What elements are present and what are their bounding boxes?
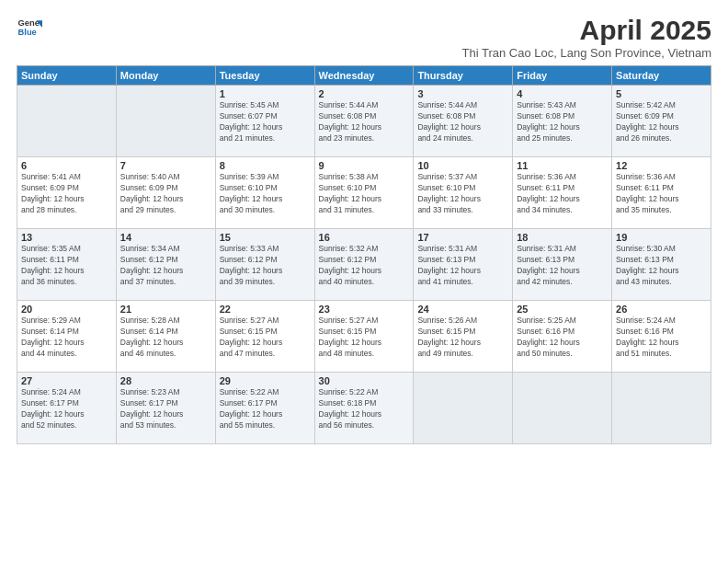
logo-icon: General Blue — [17, 15, 42, 40]
week-row-2: 6Sunrise: 5:41 AMSunset: 6:09 PMDaylight… — [17, 157, 711, 229]
day-number: 15 — [220, 232, 311, 243]
day-info: Sunrise: 5:33 AMSunset: 6:12 PMDaylight:… — [220, 244, 311, 288]
day-info: Sunrise: 5:36 AMSunset: 6:11 PMDaylight:… — [616, 172, 707, 216]
day-number: 7 — [120, 160, 211, 171]
day-number: 24 — [417, 304, 508, 315]
day-number: 29 — [220, 375, 311, 386]
day-number: 4 — [517, 88, 608, 99]
day-number: 26 — [616, 304, 707, 315]
svg-text:Blue: Blue — [18, 28, 37, 37]
day-number: 6 — [21, 160, 112, 171]
day-info: Sunrise: 5:30 AMSunset: 6:13 PMDaylight:… — [616, 244, 707, 288]
day-cell: 8Sunrise: 5:39 AMSunset: 6:10 PMDaylight… — [215, 157, 314, 229]
day-cell: 14Sunrise: 5:34 AMSunset: 6:12 PMDayligh… — [116, 229, 215, 301]
day-number: 27 — [21, 375, 112, 386]
day-cell: 18Sunrise: 5:31 AMSunset: 6:13 PMDayligh… — [513, 229, 612, 301]
week-row-3: 13Sunrise: 5:35 AMSunset: 6:11 PMDayligh… — [17, 229, 711, 301]
day-cell: 12Sunrise: 5:36 AMSunset: 6:11 PMDayligh… — [612, 157, 711, 229]
day-cell: 24Sunrise: 5:26 AMSunset: 6:15 PMDayligh… — [414, 301, 513, 373]
day-info: Sunrise: 5:22 AMSunset: 6:18 PMDaylight:… — [319, 387, 410, 431]
day-number: 11 — [517, 160, 608, 171]
logo: General Blue — [17, 15, 44, 40]
day-number: 9 — [319, 160, 410, 171]
day-cell — [612, 373, 711, 444]
day-info: Sunrise: 5:31 AMSunset: 6:13 PMDaylight:… — [517, 244, 608, 288]
day-number: 19 — [616, 232, 707, 243]
day-cell — [17, 86, 117, 157]
day-info: Sunrise: 5:36 AMSunset: 6:11 PMDaylight:… — [517, 172, 608, 216]
header-row: Sunday Monday Tuesday Wednesday Thursday… — [17, 66, 711, 86]
col-friday: Friday — [513, 66, 612, 86]
day-info: Sunrise: 5:26 AMSunset: 6:15 PMDaylight:… — [417, 316, 508, 360]
col-wednesday: Wednesday — [314, 66, 414, 86]
col-thursday: Thursday — [414, 66, 513, 86]
day-info: Sunrise: 5:37 AMSunset: 6:10 PMDaylight:… — [417, 172, 508, 216]
day-info: Sunrise: 5:41 AMSunset: 6:09 PMDaylight:… — [21, 172, 112, 216]
day-number: 28 — [120, 375, 211, 386]
week-row-1: 1Sunrise: 5:45 AMSunset: 6:07 PMDaylight… — [17, 86, 711, 157]
day-info: Sunrise: 5:43 AMSunset: 6:08 PMDaylight:… — [517, 100, 608, 144]
day-info: Sunrise: 5:24 AMSunset: 6:16 PMDaylight:… — [616, 316, 707, 360]
day-cell: 27Sunrise: 5:24 AMSunset: 6:17 PMDayligh… — [17, 373, 117, 444]
day-info: Sunrise: 5:35 AMSunset: 6:11 PMDaylight:… — [21, 244, 112, 288]
day-number: 30 — [319, 375, 410, 386]
day-cell: 10Sunrise: 5:37 AMSunset: 6:10 PMDayligh… — [414, 157, 513, 229]
day-cell: 5Sunrise: 5:42 AMSunset: 6:09 PMDaylight… — [612, 86, 711, 157]
day-info: Sunrise: 5:42 AMSunset: 6:09 PMDaylight:… — [616, 100, 707, 144]
week-row-5: 27Sunrise: 5:24 AMSunset: 6:17 PMDayligh… — [17, 373, 711, 444]
day-info: Sunrise: 5:27 AMSunset: 6:15 PMDaylight:… — [319, 316, 410, 360]
calendar-title: April 2025 — [462, 15, 711, 46]
day-info: Sunrise: 5:29 AMSunset: 6:14 PMDaylight:… — [21, 316, 112, 360]
header: General Blue April 2025 Thi Tran Cao Loc… — [17, 15, 711, 60]
day-cell: 9Sunrise: 5:38 AMSunset: 6:10 PMDaylight… — [314, 157, 414, 229]
day-number: 10 — [417, 160, 508, 171]
day-info: Sunrise: 5:40 AMSunset: 6:09 PMDaylight:… — [120, 172, 211, 216]
day-info: Sunrise: 5:45 AMSunset: 6:07 PMDaylight:… — [220, 100, 311, 144]
calendar-subtitle: Thi Tran Cao Loc, Lang Son Province, Vie… — [462, 46, 711, 60]
day-cell: 3Sunrise: 5:44 AMSunset: 6:08 PMDaylight… — [414, 86, 513, 157]
day-cell: 6Sunrise: 5:41 AMSunset: 6:09 PMDaylight… — [17, 157, 117, 229]
day-info: Sunrise: 5:25 AMSunset: 6:16 PMDaylight:… — [517, 316, 608, 360]
day-cell: 19Sunrise: 5:30 AMSunset: 6:13 PMDayligh… — [612, 229, 711, 301]
day-number: 1 — [220, 88, 311, 99]
day-cell: 2Sunrise: 5:44 AMSunset: 6:08 PMDaylight… — [314, 86, 414, 157]
day-number: 5 — [616, 88, 707, 99]
day-cell: 21Sunrise: 5:28 AMSunset: 6:14 PMDayligh… — [116, 301, 215, 373]
day-info: Sunrise: 5:24 AMSunset: 6:17 PMDaylight:… — [21, 387, 112, 431]
col-saturday: Saturday — [612, 66, 711, 86]
day-cell: 28Sunrise: 5:23 AMSunset: 6:17 PMDayligh… — [116, 373, 215, 444]
day-cell: 25Sunrise: 5:25 AMSunset: 6:16 PMDayligh… — [513, 301, 612, 373]
day-cell: 22Sunrise: 5:27 AMSunset: 6:15 PMDayligh… — [215, 301, 314, 373]
day-number: 3 — [417, 88, 508, 99]
day-number: 17 — [417, 232, 508, 243]
title-block: April 2025 Thi Tran Cao Loc, Lang Son Pr… — [462, 15, 711, 60]
day-cell: 13Sunrise: 5:35 AMSunset: 6:11 PMDayligh… — [17, 229, 117, 301]
day-number: 23 — [319, 304, 410, 315]
day-number: 2 — [319, 88, 410, 99]
day-info: Sunrise: 5:38 AMSunset: 6:10 PMDaylight:… — [319, 172, 410, 216]
week-row-4: 20Sunrise: 5:29 AMSunset: 6:14 PMDayligh… — [17, 301, 711, 373]
day-info: Sunrise: 5:44 AMSunset: 6:08 PMDaylight:… — [417, 100, 508, 144]
day-number: 14 — [120, 232, 211, 243]
col-sunday: Sunday — [17, 66, 117, 86]
day-number: 18 — [517, 232, 608, 243]
day-cell: 29Sunrise: 5:22 AMSunset: 6:17 PMDayligh… — [215, 373, 314, 444]
day-cell: 23Sunrise: 5:27 AMSunset: 6:15 PMDayligh… — [314, 301, 414, 373]
col-monday: Monday — [116, 66, 215, 86]
day-number: 8 — [220, 160, 311, 171]
day-cell: 20Sunrise: 5:29 AMSunset: 6:14 PMDayligh… — [17, 301, 117, 373]
day-info: Sunrise: 5:34 AMSunset: 6:12 PMDaylight:… — [120, 244, 211, 288]
day-cell: 17Sunrise: 5:31 AMSunset: 6:13 PMDayligh… — [414, 229, 513, 301]
day-number: 13 — [21, 232, 112, 243]
day-info: Sunrise: 5:27 AMSunset: 6:15 PMDaylight:… — [220, 316, 311, 360]
day-cell: 15Sunrise: 5:33 AMSunset: 6:12 PMDayligh… — [215, 229, 314, 301]
day-info: Sunrise: 5:39 AMSunset: 6:10 PMDaylight:… — [220, 172, 311, 216]
day-info: Sunrise: 5:31 AMSunset: 6:13 PMDaylight:… — [417, 244, 508, 288]
day-cell — [513, 373, 612, 444]
day-number: 20 — [21, 304, 112, 315]
day-number: 16 — [319, 232, 410, 243]
day-info: Sunrise: 5:28 AMSunset: 6:14 PMDaylight:… — [120, 316, 211, 360]
day-info: Sunrise: 5:22 AMSunset: 6:17 PMDaylight:… — [220, 387, 311, 431]
day-number: 21 — [120, 304, 211, 315]
day-cell — [116, 86, 215, 157]
